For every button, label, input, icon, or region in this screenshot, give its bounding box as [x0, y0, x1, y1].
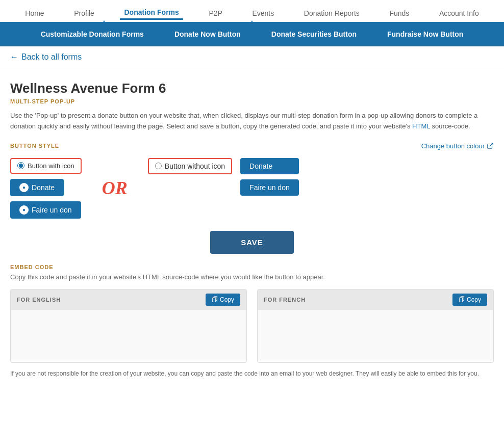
subnav-securities[interactable]: Donate Securities Button [271, 30, 357, 38]
sub-nav: Customizable Donation Forms Donate Now B… [0, 22, 504, 46]
button-without-icon-radio[interactable] [155, 163, 162, 169]
nav-arrow: ▲ [100, 18, 108, 26]
donate-btn2-label: Donate [249, 162, 272, 170]
copy-english-label: Copy [220, 296, 234, 303]
nav-donation-reports-label: Donation Reports [304, 9, 360, 17]
embed-box-english: FOR ENGLISH 🗍 Copy [10, 289, 247, 363]
subnav-customizable[interactable]: Customizable Donation Forms [41, 30, 144, 38]
button-without-icon-selector[interactable]: Button without icon [148, 158, 232, 174]
nav-donation-forms[interactable]: Donation Forms [120, 6, 183, 20]
save-section: SAVE [10, 231, 494, 254]
right-buttons-col: Donate Faire un don [240, 158, 299, 196]
donate-button-with-icon-1[interactable]: Donate [10, 179, 64, 196]
main-content: Wellness Avenue Form 6 MULTI-STEP POP-UP… [0, 68, 504, 390]
back-link[interactable]: ← Back to all forms [0, 46, 504, 68]
nav-p2p[interactable]: P2P [205, 7, 226, 19]
right-option-group: Button without icon Donate Faire un don [148, 158, 299, 196]
faire-icon-circle [19, 205, 29, 215]
subnav-fundraise[interactable]: Fundraise Now Button [387, 30, 463, 38]
or-divider: OR [102, 177, 128, 199]
nav-home[interactable]: Home [21, 7, 48, 19]
embed-french-header: FOR FRENCH 🗍 Copy [258, 289, 493, 310]
embed-boxes: FOR ENGLISH 🗍 Copy FOR FRENCH 🗍 Copy [10, 289, 494, 363]
nav-donation-reports[interactable]: Donation Reports [300, 7, 364, 19]
embed-note: If you are not responsible for the creat… [10, 369, 494, 378]
copy-icon-french: 🗍 [459, 296, 465, 303]
embed-description: Copy this code and paste it in your webs… [10, 273, 494, 281]
embed-english-label: FOR ENGLISH [17, 297, 61, 303]
nav-events[interactable]: Events [248, 7, 278, 19]
embed-box-french: FOR FRENCH 🗍 Copy [257, 289, 494, 363]
html-link[interactable]: HTML [412, 122, 430, 130]
donate-button-no-icon[interactable]: Donate [240, 158, 299, 174]
right-option-selector-wrapper: Button without icon [148, 158, 232, 174]
faire-button-with-icon[interactable]: Faire un don [10, 201, 81, 219]
subnav-donate-now[interactable]: Donate Now Button [174, 30, 241, 38]
donate-btn1-label: Donate [32, 183, 55, 192]
button-with-icon-label: Button with icon [28, 162, 74, 170]
embed-french-label: FOR FRENCH [264, 297, 306, 303]
faire-btn2-label: Faire un don [249, 183, 290, 192]
nav-account-info-label: Account Info [439, 9, 479, 17]
button-with-icon-radio[interactable] [17, 162, 24, 169]
external-link-icon [487, 142, 494, 149]
top-nav: Home Profile Donation Forms P2P Events D… [0, 0, 504, 22]
copy-french-label: Copy [467, 296, 481, 303]
button-options: Button with icon Donate Faire un don OR … [10, 158, 494, 219]
change-colour-text: Change button colour [421, 142, 485, 150]
change-colour-link[interactable]: Change button colour [421, 142, 494, 150]
page-description: Use the 'Pop-up' to present a donate but… [10, 111, 494, 132]
copy-english-button[interactable]: 🗍 Copy [206, 294, 240, 306]
faire-button-no-icon[interactable]: Faire un don [240, 179, 299, 196]
nav-funds[interactable]: Funds [385, 7, 413, 19]
button-without-icon-label: Button without icon [165, 162, 225, 170]
faire-btn1-label: Faire un don [32, 206, 72, 214]
embed-code-section: EMBED CODE Copy this code and paste it i… [10, 264, 494, 378]
svg-line-0 [490, 143, 493, 146]
save-button[interactable]: SAVE [210, 231, 294, 254]
button-style-label: BUTTON STYLE [10, 143, 59, 149]
page-subtitle: MULTI-STEP POP-UP [10, 98, 494, 104]
back-arrow-icon: ← [10, 52, 18, 62]
embed-french-textarea[interactable] [258, 310, 493, 361]
or-text: OR [102, 178, 128, 198]
nav-account-info[interactable]: Account Info [435, 7, 483, 19]
embed-english-header: FOR ENGLISH 🗍 Copy [11, 289, 246, 310]
donate-icon-circle [19, 183, 29, 192]
embed-english-textarea[interactable] [11, 310, 246, 361]
copy-french-button[interactable]: 🗍 Copy [452, 294, 487, 306]
back-link-text: Back to all forms [21, 52, 82, 62]
left-option-group: Button with icon Donate Faire un don [10, 158, 82, 219]
embed-label: EMBED CODE [10, 264, 494, 270]
nav-donation-forms-label: Donation Forms [124, 8, 179, 16]
page-title: Wellness Avenue Form 6 [10, 81, 494, 96]
nav-profile[interactable]: Profile [70, 7, 98, 19]
button-style-header: BUTTON STYLE Change button colour [10, 142, 494, 150]
button-with-icon-selector[interactable]: Button with icon [10, 158, 82, 174]
copy-icon: 🗍 [212, 296, 218, 303]
